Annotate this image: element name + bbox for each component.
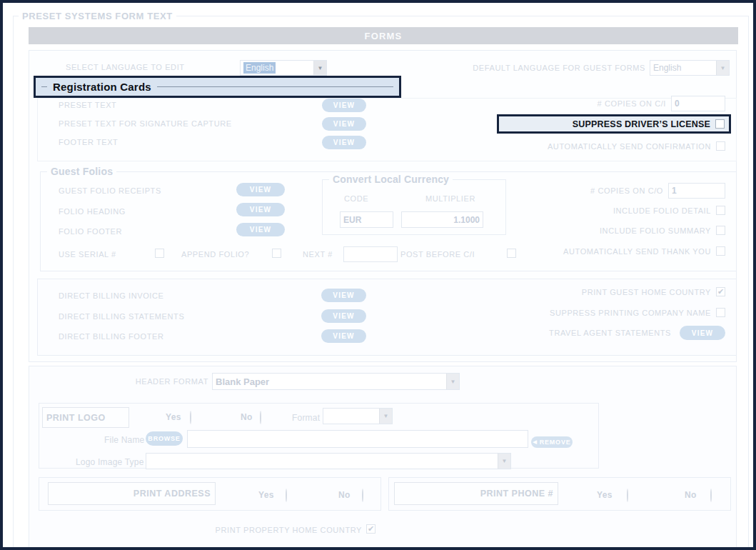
preset-systems-legend: PRESET SYSTEMS FORM TEXT xyxy=(19,11,176,21)
suppress-company-name-checkbox[interactable] xyxy=(716,308,725,317)
travel-agent-statements-label: TRAVEL AGENT STATEMENTS xyxy=(549,329,671,337)
direct-billing-footer-view-button[interactable]: VIEW xyxy=(321,329,366,343)
auto-send-confirmation-label: AUTOMATICALLY SEND CONFIRMATION xyxy=(548,142,711,151)
remove-button[interactable]: ◀ REMOVE xyxy=(531,436,573,448)
logo-format-value xyxy=(323,409,379,424)
next-serial-input[interactable] xyxy=(343,246,398,262)
print-address-no-radio[interactable] xyxy=(362,489,363,502)
currency-code-label: CODE xyxy=(344,194,368,203)
preset-text-signature-label: PRESET TEXT FOR SIGNATURE CAPTURE xyxy=(59,119,232,128)
remove-arrow-icon: ◀ xyxy=(533,439,538,445)
logo-format-dropdown[interactable]: ▼ xyxy=(323,408,393,424)
auto-send-confirmation-row: AUTOMATICALLY SEND CONFIRMATION xyxy=(503,141,725,151)
next-serial-label: NEXT # xyxy=(303,250,333,259)
copies-ci-input[interactable] xyxy=(671,96,725,111)
default-language-value: English xyxy=(650,61,716,75)
include-folio-detail-row: INCLUDE FOLIO DETAIL xyxy=(503,206,725,215)
dropdown-arrow-icon: ▼ xyxy=(379,409,392,424)
forms-header-title: FORMS xyxy=(365,31,403,41)
preset-text-signature-view-button[interactable]: VIEW xyxy=(322,117,366,131)
use-serial-label: USE SERIAL # xyxy=(59,250,116,259)
print-phone-no-label: No xyxy=(685,490,697,500)
travel-agent-statements-row: TRAVEL AGENT STATEMENTS VIEW xyxy=(503,326,725,340)
fieldset-line xyxy=(41,86,47,87)
travel-agent-statements-view-button[interactable]: VIEW xyxy=(680,326,725,340)
guest-folio-receipts-view-button[interactable]: VIEW xyxy=(236,183,285,196)
print-property-home-country-checkbox[interactable]: ✔ xyxy=(366,524,376,534)
direct-billing-statements-label: DIRECT BILLING STATEMENTS xyxy=(59,312,184,321)
logo-image-type-label: Logo Image Type xyxy=(76,457,144,467)
print-logo-yes-radio[interactable] xyxy=(190,411,191,424)
pms-forms-window: PRESET SYSTEMS FORM TEXT FORMS SELECT LA… xyxy=(0,0,756,550)
select-language-label: SELECT LANGUAGE TO EDIT xyxy=(66,63,185,71)
suppress-company-name-row: SUPPRESS PRINTING COMPANY NAME xyxy=(474,308,725,317)
default-language-dropdown[interactable]: English ▼ xyxy=(650,60,730,76)
print-logo-no-radio[interactable] xyxy=(260,411,261,424)
post-before-ci-checkbox[interactable] xyxy=(507,249,516,258)
print-phone-label: PRINT PHONE # xyxy=(480,489,553,499)
copies-co-label: # COPIES ON C/O xyxy=(590,186,663,195)
dropdown-arrow-icon: ▼ xyxy=(446,374,459,389)
registration-cards-highlight: Registration Cards xyxy=(34,76,401,98)
auto-send-thank-you-checkbox[interactable] xyxy=(716,246,725,256)
remove-button-label: REMOVE xyxy=(540,439,571,446)
direct-billing-statements-view-button[interactable]: VIEW xyxy=(321,309,366,323)
auto-send-confirmation-checkbox[interactable] xyxy=(716,141,725,151)
guest-folios-legend: Guest Folios xyxy=(47,166,116,177)
include-folio-summary-label: INCLUDE FOLIO SUMMARY xyxy=(600,226,711,235)
browse-button[interactable]: BROWSE xyxy=(146,431,183,446)
post-before-ci-label: POST BEFORE C/I xyxy=(400,250,475,259)
select-language-dropdown[interactable]: English ▼ xyxy=(240,60,327,76)
logo-image-type-dropdown[interactable]: ▼ xyxy=(146,453,511,469)
folio-heading-label: FOLIO HEADING xyxy=(59,207,126,216)
print-phone-yes-radio[interactable] xyxy=(627,489,628,502)
include-folio-summary-checkbox[interactable] xyxy=(716,226,725,235)
copies-ci-row: # COPIES ON C/I xyxy=(503,96,725,111)
dropdown-arrow-icon: ▼ xyxy=(498,454,510,469)
logo-format-label: Format xyxy=(292,413,320,423)
preset-text-label: PRESET TEXT xyxy=(59,101,116,109)
suppress-drivers-license-highlight: SUPPRESS DRIVER’S LICENSE xyxy=(497,114,731,134)
print-logo-yes-label: Yes xyxy=(166,412,181,422)
select-language-value: English xyxy=(243,62,276,74)
file-name-input[interactable] xyxy=(187,430,528,448)
print-address-no-label: No xyxy=(338,490,351,500)
preset-text-view-button[interactable]: VIEW xyxy=(322,99,366,112)
fieldset-line xyxy=(157,86,393,87)
auto-send-thank-you-label: AUTOMATICALLY SEND THANK YOU xyxy=(563,247,711,256)
print-guest-home-country-checkbox[interactable]: ✔ xyxy=(716,287,725,296)
print-property-home-country-label: PRINT PROPERTY HOME COUNTRY xyxy=(183,526,362,534)
currency-multiplier-input[interactable] xyxy=(401,211,483,228)
include-folio-detail-label: INCLUDE FOLIO DETAIL xyxy=(613,206,711,215)
print-guest-home-country-row: PRINT GUEST HOME COUNTRY ✔ xyxy=(503,287,725,296)
print-address-label: PRINT ADDRESS xyxy=(133,489,211,499)
guest-folio-receipts-label: GUEST FOLIO RECEIPTS xyxy=(59,186,161,195)
suppress-drivers-license-checkbox[interactable] xyxy=(715,119,725,129)
print-address-yes-label: Yes xyxy=(258,490,274,500)
append-folio-label: APPEND FOLIO? xyxy=(181,250,249,259)
direct-billing-invoice-view-button[interactable]: VIEW xyxy=(321,289,366,302)
print-phone-no-radio[interactable] xyxy=(710,489,712,502)
folio-footer-label: FOLIO FOOTER xyxy=(59,227,122,236)
append-folio-checkbox[interactable] xyxy=(272,249,281,258)
include-folio-detail-checkbox[interactable] xyxy=(716,206,725,215)
file-name-label: File Name xyxy=(104,435,144,445)
folio-heading-view-button[interactable]: VIEW xyxy=(236,203,285,216)
header-format-label: HEADER FORMAT xyxy=(89,377,208,386)
footer-text-view-button[interactable]: VIEW xyxy=(322,136,366,149)
registration-cards-legend: Registration Cards xyxy=(53,81,151,93)
direct-billing-invoice-label: DIRECT BILLING INVOICE xyxy=(59,291,163,300)
dropdown-arrow-icon: ▼ xyxy=(313,61,326,75)
print-address-label-box: PRINT ADDRESS xyxy=(48,482,216,505)
folio-footer-view-button[interactable]: VIEW xyxy=(236,223,285,236)
header-format-dropdown[interactable]: Blank Paper ▼ xyxy=(212,373,460,390)
currency-code-input[interactable] xyxy=(340,211,393,228)
forms-header-bar: FORMS xyxy=(29,27,738,44)
suppress-company-name-label: SUPPRESS PRINTING COMPANY NAME xyxy=(550,309,711,317)
include-folio-summary-row: INCLUDE FOLIO SUMMARY xyxy=(503,226,725,235)
print-address-yes-radio[interactable] xyxy=(286,489,287,502)
copies-co-input[interactable] xyxy=(668,183,725,199)
use-serial-checkbox[interactable] xyxy=(155,249,164,258)
print-phone-yes-label: Yes xyxy=(597,490,613,500)
print-logo-label: PRINT LOGO xyxy=(46,413,106,423)
